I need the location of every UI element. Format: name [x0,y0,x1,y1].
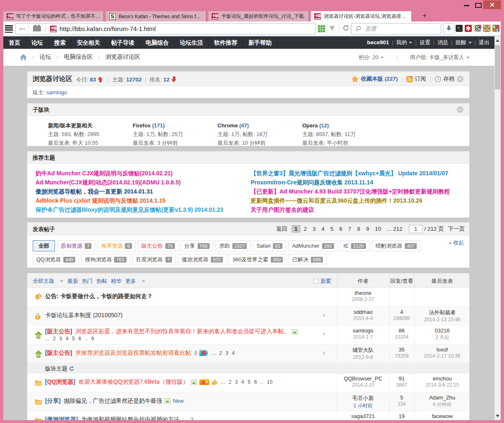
lastpost-user-link[interactable]: 法外制裁者 [414,309,470,316]
collapse-link[interactable]: 收起 [449,239,464,246]
lastpost-user-link[interactable]: 03216 [414,327,470,334]
download-button[interactable] [443,23,454,34]
nav-security[interactable]: 安全相关 [72,36,106,49]
thread-title[interactable]: [分享] 抛除偏见，广告过滤果然还是奶牛最强New [45,397,184,405]
logout-link[interactable]: 退出 [479,39,490,45]
thread-tag[interactable]: [QQ浏览器] [45,378,75,386]
thread-row-pinned-vote[interactable]: 1 [版主公告] 求推荐浏览器及浏览器投票帖发帖前请看此帖精... 2 3 4 … [27,344,469,363]
recommended-topic-link[interactable]: 【世界之窗3】晨光增强版广告过滤规则【xwhyc+晨光】 Update 2014… [251,169,450,178]
tab-3[interactable]: 卡饭 卡饭论坛_最好的软件论坛_讨论_下载... [208,11,309,22]
page-8[interactable]: 8 [355,225,363,233]
thread-page-links[interactable]: ... 2 3 4 5 6 .. 10 [221,379,272,385]
checkbox-icon[interactable] [313,279,318,284]
next-page-link[interactable]: 下一页 [448,225,465,233]
filter-button-已解决[interactable]: 已解决586 [289,254,327,265]
grid-icon[interactable] [318,25,325,32]
filter-button-版主公告[interactable]: 版主公告75 [138,240,179,251]
page-icon[interactable] [33,26,41,31]
filter-button-AdMuncher[interactable]: AdMuncher292 [288,240,338,251]
thread-page-links[interactable]: ... 2 3 4 [211,350,235,356]
breadcrumb-current[interactable]: 浏览器讨论区 [105,53,140,61]
filter-button-搜狗浏览器[interactable]: 搜狗浏览器762 [81,254,130,265]
author-link[interactable]: QQBrowser_PC [337,375,389,382]
close-button[interactable] [483,0,501,9]
username-link[interactable]: bece901 [367,39,389,45]
scrollbar-thumb[interactable] [495,45,500,89]
filter-hotpost[interactable]: 热帖 [96,278,107,284]
favorite-link[interactable]: 收藏本版 (227) [361,75,398,83]
lastpost-user-link[interactable]: loxof [414,347,470,353]
nav-life[interactable]: 论坛生活 [174,36,209,49]
lastpass-extension-icon[interactable] [465,25,472,32]
nav-newbie[interactable]: 新手帮助 [243,36,277,49]
stylish-extension-icon[interactable]: S [474,25,481,32]
subforum-link[interactable]: Opera [302,122,318,129]
page-10[interactable]: 10 [373,225,384,233]
recommended-topic-link[interactable]: 【已更新】Ad Muncher 4.93 Build 33707汉化增强版+定时… [251,187,450,196]
thread-page-links[interactable]: ... 2 [183,417,193,420]
search-box[interactable]: 百度 [351,23,441,34]
scrollbar[interactable] [494,36,501,420]
page-9[interactable]: 9 [363,225,372,233]
thread-title[interactable]: [QQ浏览器] 欢迎大家体验QQ浏览器7.6Beta（微信版）火II... 2 … [45,378,272,386]
filter-button-360及世界之窗[interactable]: 360及世界之窗350 [229,254,287,265]
author-link[interactable]: 城管大队 [337,347,389,354]
recommended-topic-link[interactable]: 傲游浏览器导航帖，我会一直更新 2014.01.31 [36,187,223,196]
refresh-icon[interactable] [69,366,74,371]
author-link[interactable]: samtogo [337,327,389,334]
filter-button-求助[interactable]: 求助1527 [215,240,251,251]
author-link[interactable]: theone [337,290,389,296]
subforum-link[interactable]: Chrome [217,122,238,129]
thread-tag[interactable]: [版主公告] [45,349,72,357]
page-1[interactable]: 1 [291,225,301,233]
filter-button-QQ浏览器[interactable]: QQ浏览器440 [33,254,79,265]
archive-link[interactable]: 存档 [443,75,454,83]
terminal-extension-icon[interactable]: >_ [456,25,463,32]
page-3[interactable]: 3 [310,225,318,233]
thread-tag[interactable]: [傲游浏览器] [45,416,78,420]
scroll-down-icon[interactable] [494,413,501,419]
thread-row-rules[interactable]: 卡饭论坛基本制度 (20100507) × sddmao2010-4-4 424… [27,307,469,326]
breadcrumb-category[interactable]: 电脑综合区 [64,53,93,61]
scroll-up-icon[interactable] [494,37,501,44]
thread-title[interactable]: [傲游浏览器] 为傲游和视频网站整合折中视频的方法... 2 [45,416,193,420]
lastpost-user-link[interactable]: facewow [414,413,470,419]
nav-home[interactable]: 首页 [3,36,26,49]
quadrant-extension-icon[interactable] [492,25,499,32]
thread-title[interactable]: 卡饭论坛基本制度 (20100507) [45,312,123,319]
filter-button-原创资源[interactable]: 原创资源7 [57,240,95,251]
filter-hot[interactable]: 热门 [82,278,93,284]
breadcrumb-forum[interactable]: 论坛 [40,53,51,61]
nav-guide[interactable]: 帖子导读 [106,36,140,49]
settings-link[interactable]: 设置 [420,39,430,45]
messages-link[interactable]: 消息 [437,39,448,45]
author-link[interactable]: 毛豆小新 [337,394,389,402]
recommended-topic-link[interactable]: 奶牛Ad Muncher CJX规则说明与反馈贴(2014.02.21) [36,169,223,178]
filter-button-IE[interactable]: IE2120 [340,240,370,251]
subforum-link[interactable]: Firefox [133,122,150,129]
nav-search[interactable]: 搜索 [49,36,72,49]
bookmark-heart-icon[interactable]: ♥ [330,23,334,33]
reload-icon[interactable] [342,24,349,33]
filter-button-分享[interactable]: 分享766 [181,240,213,251]
tab-2[interactable]: S Bece's Kafan - Themes and Skins f... [106,11,206,22]
thread-row-announcement[interactable]: 公告: 卡饭要做什么，卡饭的路要如何走？ theone2008-2-27 [27,288,469,307]
collapse-icon[interactable]: – [457,106,463,113]
new-tab-button[interactable]: + [418,11,431,22]
close-thread-icon[interactable]: × [322,312,325,319]
nav-forum[interactable]: 论坛 [26,36,49,49]
tab-1[interactable]: 卡饭 写了个卡饭论坛的样式，也不知算不... [3,11,104,22]
filter-button-推荐资源[interactable]: 推荐资源9 [97,240,135,251]
url-bar[interactable]: 卡饭 http://bbs.kafan.cn/forum-74-1.html [15,23,315,34]
minimize-icon[interactable] [464,5,469,6]
page-5[interactable]: 5 [328,225,336,233]
author-link[interactable]: sddmao [337,309,389,315]
filter-button-百度浏览器[interactable]: 百度浏览器7 [132,254,176,265]
expand-icon[interactable]: + [457,76,463,82]
filter-button-猎豹浏览器[interactable]: 猎豹浏览器407 [372,240,420,251]
back-link[interactable]: 返回 [276,225,287,233]
author-link[interactable]: saga3721 [337,413,389,419]
thread-tag[interactable]: [版主公告] [45,328,72,335]
close-thread-icon[interactable]: × [322,331,325,337]
filter-more[interactable]: 更多 [125,278,136,284]
